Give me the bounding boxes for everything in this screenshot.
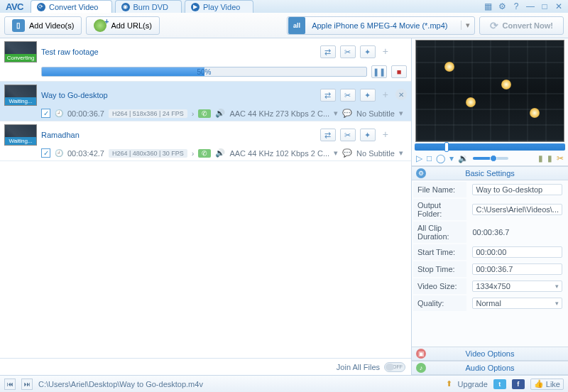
prop-label: File Name: (413, 182, 466, 197)
add-icon[interactable]: + (380, 45, 391, 58)
globe-plus-icon (94, 19, 106, 32)
progress-text: 50% (197, 67, 211, 77)
checkbox[interactable]: ✓ (41, 109, 50, 118)
item-title: Ramadhan (41, 131, 316, 139)
tab-burn-dvd[interactable]: ◉Burn DVD (115, 0, 182, 13)
timeline-knob[interactable] (444, 142, 449, 152)
tab-play-video[interactable]: ▶Play Video (185, 0, 253, 13)
progress-bar: 50% (41, 67, 367, 77)
cut-button[interactable]: ✂ (340, 45, 356, 58)
prop-label: Start Time: (413, 244, 466, 260)
wand-button[interactable]: ✦ (360, 45, 376, 58)
join-files-label: Join All Files (337, 363, 380, 371)
list-item[interactable]: Converting Test raw footage ⇄ ✂ ✦ + ✕ 50… (0, 38, 411, 82)
section-title: Audio Options (465, 364, 514, 372)
swap-button[interactable]: ⇄ (320, 129, 336, 141)
scissors-icon[interactable]: ✂ (557, 153, 564, 163)
close-icon[interactable]: ✕ (554, 1, 564, 11)
video-preview[interactable] (415, 40, 564, 142)
convert-now-button[interactable]: ⟳Convert Now! (479, 16, 564, 35)
list-item[interactable]: Waiting... Ramadhan ⇄ ✂ ✦ + ✕ ✓ 🕘 00:03:… (0, 121, 411, 161)
mark-in-icon[interactable]: ▮ (538, 153, 543, 163)
help-icon[interactable]: ? (511, 1, 521, 11)
tab-convert-video[interactable]: ⟳Convert Video (31, 0, 112, 13)
speaker-icon: 🔊 (215, 148, 225, 158)
add-videos-button[interactable]: ▯Add Video(s) (4, 16, 82, 35)
wand-button[interactable]: ✦ (360, 129, 376, 141)
volume-icon[interactable]: 🔉 (458, 153, 469, 163)
volume-slider[interactable] (473, 157, 508, 160)
status-badge: Waiting... (5, 97, 36, 105)
twitter-icon[interactable]: t (493, 379, 506, 389)
next-button[interactable]: ⏭ (21, 379, 33, 390)
clock-icon: 🕘 (55, 109, 63, 117)
chevron-down-icon[interactable]: ▾ (449, 153, 454, 163)
stop-button[interactable]: ■ (391, 65, 407, 78)
swap-button[interactable]: ⇄ (320, 89, 336, 102)
join-files-toggle[interactable]: OFF (384, 362, 405, 372)
output-profile-selector[interactable]: all Apple iPhone 6 MPEG-4 Movie (*.mp4) … (287, 16, 474, 35)
minimize-icon[interactable]: — (525, 1, 535, 11)
dropdown-icon[interactable]: ▾ (399, 148, 403, 158)
chevron-right-icon[interactable]: › (192, 149, 195, 158)
stop-time-field[interactable]: 00:00:36.7 (472, 263, 562, 275)
upgrade-link[interactable]: Upgrade (458, 380, 488, 388)
wand-button[interactable]: ✦ (360, 89, 376, 102)
play-icon[interactable]: ▷ (416, 153, 422, 163)
prop-label: All Clip Duration: (413, 222, 466, 243)
cut-button[interactable]: ✂ (340, 89, 356, 102)
quality-select[interactable]: Normal (472, 298, 562, 309)
play-icon: ▶ (191, 3, 200, 11)
upgrade-icon: ⬆ (446, 379, 452, 388)
item-title: Test raw footage (41, 48, 316, 56)
dropdown-icon[interactable]: ▾ (334, 148, 338, 158)
phone-icon: ✆ (198, 149, 211, 158)
add-urls-button[interactable]: Add URL(s) (86, 16, 159, 35)
tab-label: Convert Video (49, 3, 99, 11)
preview-timeline[interactable] (415, 143, 565, 151)
profile-text: Apple iPhone 6 MPEG-4 Movie (*.mp4) (306, 21, 460, 30)
mark-out-icon[interactable]: ▮ (547, 153, 552, 163)
options-icon[interactable]: ▦ (483, 1, 493, 11)
duration: 00:03:42.7 (67, 149, 104, 158)
add-icon[interactable]: + (380, 129, 391, 141)
swap-button[interactable]: ⇄ (320, 45, 336, 58)
audio-icon: ♪ (416, 363, 426, 373)
settings-icon[interactable]: ⚙ (497, 1, 507, 11)
output-folder-field[interactable]: C:\Users\Ariel\Videos\... (472, 204, 562, 215)
dropdown-icon[interactable]: ▾ (334, 109, 338, 118)
status-badge: Waiting... (5, 137, 36, 145)
maximize-icon[interactable]: □ (540, 1, 550, 11)
thumbnail: Converting (4, 41, 37, 62)
like-button[interactable]: 👍Like (530, 379, 564, 390)
snapshot-icon[interactable]: ◯ (436, 153, 445, 163)
add-icon[interactable]: + (380, 89, 391, 102)
dropdown-icon[interactable]: ▾ (399, 109, 403, 118)
audio-info: AAC 44 KHz 102 Kbps 2 C... (229, 149, 329, 158)
video-size-select[interactable]: 1334x750 (472, 281, 562, 292)
cut-button[interactable]: ✂ (340, 129, 356, 141)
basic-settings-header[interactable]: ⚙Basic Settings (412, 166, 568, 180)
list-item[interactable]: Waiting... Way to Go-desktop ⇄ ✂ ✦ + ✕ ✓… (0, 82, 411, 121)
video-options-header[interactable]: ▣Video Options (412, 347, 568, 361)
facebook-icon[interactable]: f (512, 379, 525, 389)
video-codec: H264 | 480x360 | 30 FPS (109, 149, 187, 158)
video-icon: ▣ (416, 349, 426, 359)
conversion-list: Converting Test raw footage ⇄ ✂ ✦ + ✕ 50… (0, 38, 411, 358)
start-time-field[interactable]: 00:00:00 (472, 246, 562, 258)
btn-label: Convert Now! (503, 21, 554, 30)
chevron-right-icon[interactable]: › (192, 109, 195, 118)
prev-button[interactable]: ⏮ (4, 379, 16, 390)
prop-label: Quality: (413, 295, 466, 311)
profile-icon: all (288, 17, 305, 34)
stop-icon[interactable]: □ (427, 153, 432, 163)
file-name-field[interactable]: Way to Go-desktop (472, 184, 562, 195)
app-logo: AVC (6, 1, 23, 12)
disc-icon: ◉ (121, 3, 130, 11)
remove-button[interactable]: ✕ (395, 89, 407, 100)
prop-label: Output Folder: (413, 199, 466, 220)
pause-button[interactable]: ❚❚ (371, 65, 387, 78)
subtitle-text: No Subtitle (356, 149, 395, 158)
audio-options-header[interactable]: ♪Audio Options (412, 361, 568, 375)
checkbox[interactable]: ✓ (41, 148, 50, 158)
